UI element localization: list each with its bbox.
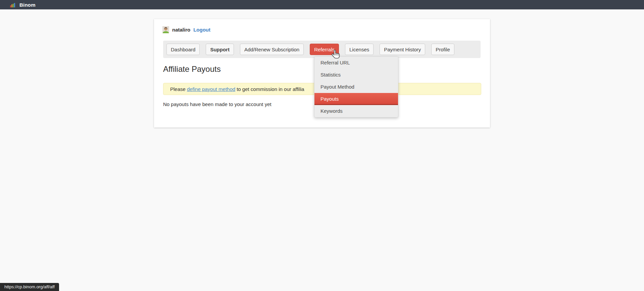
dropdown-item-statistics[interactable]: Statistics <box>314 69 398 81</box>
dropdown-item-keywords[interactable]: Keywords <box>314 105 398 117</box>
referrals-dropdown: Referral URL Statistics Payout Method Pa… <box>314 56 398 117</box>
logout-link[interactable]: Logout <box>193 27 210 33</box>
status-url-text: https://cp.binom.org/aff/aff <box>4 284 55 289</box>
define-payout-method-link[interactable]: define payout method <box>187 86 235 92</box>
status-url-tooltip: https://cp.binom.org/aff/aff <box>0 283 59 291</box>
tab-add-renew-subscription[interactable]: Add/Renew Subscription <box>240 44 304 55</box>
main-nav: Dashboard Support Add/Renew Subscription… <box>163 41 481 58</box>
tab-licenses[interactable]: Licenses <box>345 44 374 55</box>
dropdown-item-payouts[interactable]: Payouts <box>314 93 398 105</box>
avatar-torso <box>163 31 169 33</box>
user-avatar <box>162 26 169 33</box>
dropdown-item-payout-method[interactable]: Payout Method <box>314 81 398 93</box>
user-row: nataliro Logout <box>162 26 210 33</box>
notice-prefix: Please <box>170 86 186 92</box>
topbar: Binom <box>0 0 644 9</box>
page-title: Affiliate Payouts <box>163 64 221 74</box>
bar-chart-icon <box>10 2 16 7</box>
tab-support[interactable]: Support <box>206 44 234 55</box>
avatar-head <box>164 27 167 31</box>
dropdown-item-referral-url[interactable]: Referral URL <box>314 57 398 69</box>
empty-payouts-message: No payouts have been made to your accoun… <box>163 101 271 107</box>
notice-suffix: to get commission in our affilia <box>237 86 304 92</box>
tab-referrals[interactable]: Referrals <box>310 44 339 55</box>
tab-profile[interactable]: Profile <box>431 44 454 55</box>
username: nataliro <box>172 27 190 33</box>
brand-name: Binom <box>19 2 36 8</box>
tab-payment-history[interactable]: Payment History <box>380 44 425 55</box>
tab-dashboard[interactable]: Dashboard <box>166 44 200 55</box>
